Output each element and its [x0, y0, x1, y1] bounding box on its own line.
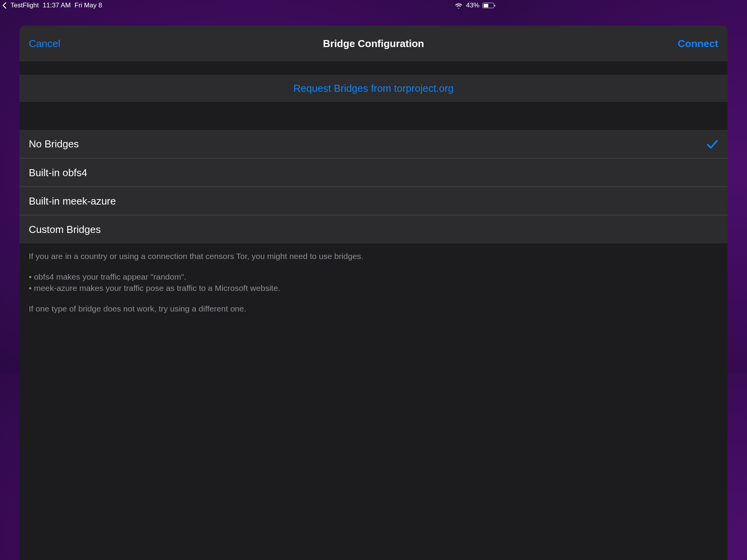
footer-paragraph: If one type of bridge does not work, try…	[29, 304, 498, 314]
option-meek-azure[interactable]: Built-in meek-azure	[19, 187, 498, 215]
option-custom-bridges[interactable]: Custom Bridges	[19, 215, 498, 243]
option-label: Custom Bridges	[29, 224, 101, 236]
request-bridges-link[interactable]: Request Bridges from torproject.org	[19, 75, 498, 102]
section-gap	[19, 61, 498, 75]
nav-bar: Cancel Bridge Configuration Connect	[19, 26, 498, 61]
back-to-app[interactable]	[2, 2, 7, 9]
option-obfs4[interactable]: Built-in obfs4	[19, 158, 498, 187]
footer-bullet: • obfs4 makes your traffic appear "rando…	[29, 272, 498, 282]
cancel-button[interactable]: Cancel	[29, 38, 107, 50]
option-label: Built-in meek-azure	[29, 195, 116, 207]
bridge-config-sheet: Cancel Bridge Configuration Connect Requ…	[19, 26, 498, 373]
footer-help-text: If you are in a country or using a conne…	[19, 243, 498, 314]
battery-icon	[482, 3, 494, 8]
status-bar: TestFlight 11:37 AM Fri May 8 43%	[0, 0, 498, 11]
sheet-title: Bridge Configuration	[107, 38, 498, 50]
footer-paragraph: If you are in a country or using a conne…	[29, 251, 498, 262]
option-label: No Bridges	[29, 138, 79, 150]
option-no-bridges[interactable]: No Bridges	[19, 130, 498, 158]
bridge-options-group: No Bridges Built-in obfs4 Built-in meek-…	[19, 130, 498, 243]
back-app-label[interactable]: TestFlight	[11, 2, 39, 9]
request-bridges-label: Request Bridges from torproject.org	[293, 82, 454, 94]
option-label: Built-in obfs4	[29, 167, 87, 179]
chevron-left-icon	[2, 2, 7, 9]
footer-bullet: • meek-azure makes your traffic pose as …	[29, 283, 498, 294]
section-gap	[19, 102, 498, 130]
status-date: Fri May 8	[75, 2, 102, 9]
battery-percent: 43%	[466, 2, 479, 9]
status-time: 11:37 AM	[43, 2, 71, 9]
wifi-icon	[454, 2, 463, 9]
